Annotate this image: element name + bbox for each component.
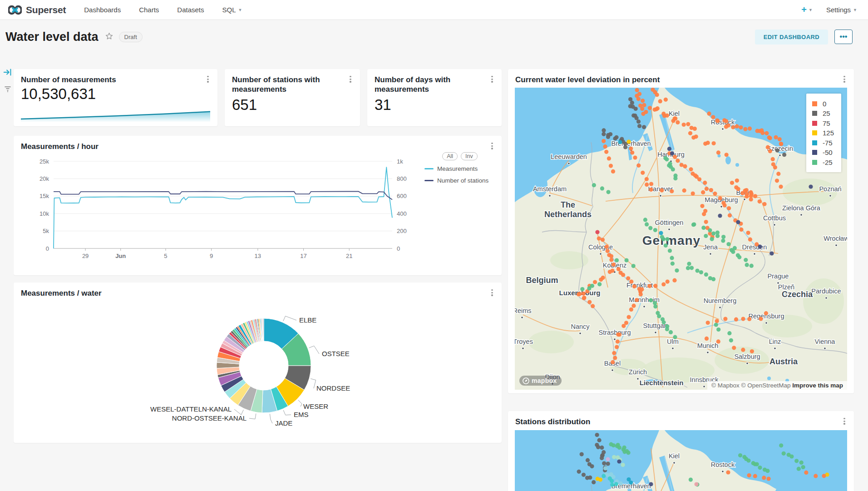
legend-swatch (812, 101, 817, 106)
map-city-label: Rostock (711, 461, 735, 468)
svg-text:20k: 20k (39, 175, 49, 182)
svg-text:9: 9 (210, 253, 213, 259)
mapbox-icon (523, 377, 529, 384)
legend-line-marker (424, 180, 434, 181)
chart-menu-button[interactable] (204, 75, 212, 86)
donut-label: JADE (275, 419, 292, 427)
svg-text:13: 13 (255, 253, 261, 259)
donut-label: WESER (303, 402, 328, 410)
nav-right: + ▼ Settings ▼ (801, 5, 857, 15)
favorite-star-icon[interactable] (105, 32, 113, 42)
map-city-label: Nuremberg (704, 297, 737, 304)
chart-menu-button[interactable] (840, 75, 848, 86)
legend-swatch (812, 121, 817, 126)
map-country-label: Netherlands (544, 210, 592, 219)
legend-button-inv[interactable]: Inv (461, 152, 478, 160)
attr-improve-link[interactable]: Improve this map (792, 382, 843, 389)
metric-value: 10,530,631 (21, 85, 96, 103)
donut-chart: ELBEOSTSEENORDSEEWESEREMSJADENORD-OSTSEE… (21, 297, 495, 440)
map-legend-item: -75 (812, 139, 834, 147)
svg-text:800: 800 (397, 175, 407, 182)
map-city-label: Reims (515, 307, 532, 314)
metric-title: Number of measurements (21, 75, 116, 84)
nav-item-charts[interactable]: Charts (139, 6, 159, 14)
filter-icon[interactable] (4, 84, 12, 93)
nav-item-sql[interactable]: SQL▼ (222, 6, 242, 14)
svg-text:0: 0 (46, 245, 49, 252)
new-item-button[interactable]: + ▼ (801, 5, 813, 15)
stations-distribution-panel: Stations distribution KielRostockBremerh… (508, 411, 854, 491)
nav-menu: DashboardsChartsDatasetsSQL▼ (84, 6, 242, 14)
legend-value: -75 (823, 139, 833, 147)
chart-title: Measurements / water (21, 288, 102, 298)
map-city-label: Vienna (815, 338, 836, 345)
donut-slice[interactable] (263, 318, 264, 341)
svg-text:400: 400 (397, 210, 407, 217)
map-city-label: Zürich (629, 368, 647, 376)
deviation-map[interactable]: LeeuwardenAmsterdamKielRostockSzczecinBr… (515, 88, 847, 390)
filter-rail (2, 67, 14, 93)
map-city-label: Cologne (588, 243, 613, 251)
map-legend-item: 25 (812, 109, 834, 117)
chart-title: Stations distribution (515, 417, 590, 427)
superset-logo[interactable]: Superset (8, 5, 66, 15)
nav-item-label: Dashboards (84, 6, 121, 14)
attr-osm: © OpenStreetMap (741, 382, 790, 389)
dashboard-page: Superset DashboardsChartsDatasetsSQL▼ + … (0, 0, 868, 491)
legend-item[interactable]: Number of stations (424, 177, 495, 184)
legend-item[interactable]: Measurements (424, 165, 495, 172)
nav-item-datasets[interactable]: Datasets (177, 6, 204, 14)
map-city-label: Munich (697, 342, 719, 349)
expand-filters-icon[interactable] (3, 67, 13, 77)
donut-label: NORD-OSTSEE-KANAL (172, 414, 247, 422)
more-actions-button[interactable]: ••• (834, 30, 853, 44)
map-city-label: Kiel (669, 110, 680, 117)
edit-dashboard-button[interactable]: EDIT DASHBOARD (755, 30, 828, 45)
svg-text:10k: 10k (39, 210, 49, 217)
dashboard-header: Water level data Draft EDIT DASHBOARD ••… (0, 23, 868, 51)
attr-mapbox: © Mapbox (711, 382, 740, 389)
legend-label: Measurements (437, 165, 478, 172)
svg-text:25k: 25k (39, 158, 49, 165)
map-city-label: Ulm (667, 338, 679, 345)
map-city-label: Leeuwarden (551, 153, 587, 160)
svg-text:0: 0 (397, 245, 400, 252)
map-city-label: Troyes (515, 338, 533, 345)
legend-swatch (812, 130, 817, 135)
map-city-label: Linz (769, 338, 781, 345)
settings-menu[interactable]: Settings ▼ (826, 6, 857, 14)
map-country-label: Belgium (526, 276, 558, 285)
metric-title: Number of stations with measurements (232, 75, 330, 94)
metric-card-stations: Number of stations with measurements 651 (225, 69, 360, 126)
map-city-label: Poznań (819, 185, 841, 193)
chart-menu-button[interactable] (488, 75, 496, 86)
nav-item-label: Datasets (177, 6, 204, 14)
nav-item-dashboards[interactable]: Dashboards (84, 6, 121, 14)
stations-map[interactable]: KielRostockBremerhaven (515, 430, 847, 491)
chart-menu-button[interactable] (488, 142, 496, 153)
map-city-label: Cottbus (763, 214, 786, 222)
metric-value: 31 (375, 96, 391, 114)
line-chart-legend: AllInvMeasurementsNumber of stations (424, 152, 495, 184)
legend-button-all[interactable]: All (442, 152, 458, 160)
donut-label: EMS (294, 411, 309, 418)
status-badge: Draft (119, 32, 143, 42)
legend-value: 25 (823, 109, 830, 117)
legend-label: Number of stations (437, 177, 488, 184)
map-city-label: Nancy (571, 323, 590, 330)
chart-menu-button[interactable] (840, 417, 848, 428)
map-attribution[interactable]: © Mapbox © OpenStreetMap Improve this ma… (707, 381, 847, 390)
top-nav: Superset DashboardsChartsDatasetsSQL▼ + … (0, 0, 868, 20)
map-city-label: Prague (768, 273, 789, 280)
donut-label: WESEL-DATTELN-KANAL (150, 405, 232, 413)
legend-swatch (812, 140, 817, 145)
mapbox-logo[interactable]: mapbox (519, 376, 562, 386)
nav-item-label: SQL (222, 6, 236, 14)
chart-menu-button[interactable] (346, 75, 355, 86)
map-city-label: Wrocław (824, 235, 847, 242)
legend-value: 125 (823, 129, 834, 137)
map-legend-item: 125 (812, 129, 834, 137)
svg-text:21: 21 (346, 253, 352, 259)
measurements-per-hour-panel: Measurements / hour 005k20010k40015k6002… (14, 136, 502, 275)
metric-sparkline (21, 110, 210, 122)
